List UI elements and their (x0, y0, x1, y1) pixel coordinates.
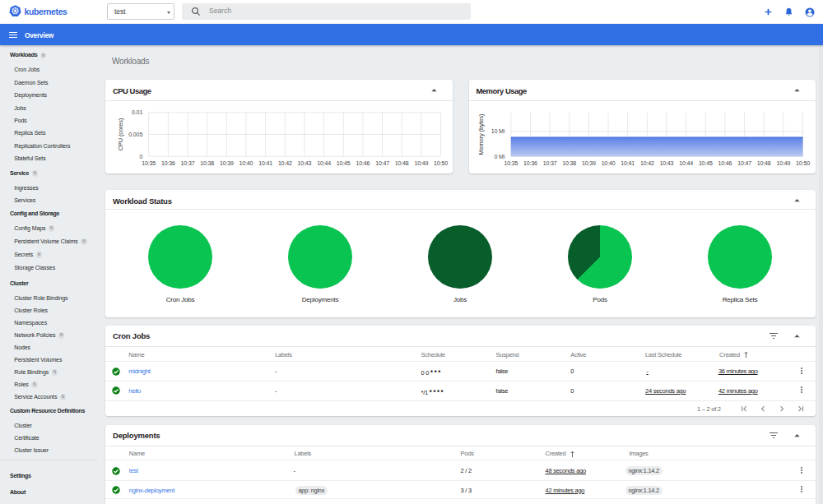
svg-text:10:42: 10:42 (278, 160, 292, 165)
svg-text:10:49: 10:49 (776, 160, 790, 165)
svg-text:0 Mi: 0 Mi (494, 153, 504, 159)
svg-text:10:50: 10:50 (796, 160, 810, 165)
svg-text:10:39: 10:39 (581, 160, 595, 165)
svg-text:10:35: 10:35 (142, 160, 156, 165)
svg-text:10:39: 10:39 (220, 160, 234, 165)
svg-text:10:46: 10:46 (718, 160, 732, 165)
svg-text:10:44: 10:44 (317, 160, 331, 165)
svg-text:10:47: 10:47 (737, 160, 751, 165)
svg-text:10:45: 10:45 (337, 160, 351, 165)
svg-text:10:38: 10:38 (200, 160, 214, 165)
svg-text:10:36: 10:36 (523, 160, 537, 165)
svg-text:10 Mi: 10 Mi (491, 128, 504, 134)
svg-text:CPU (cores): CPU (cores) (117, 118, 124, 150)
svg-text:Memory (bytes): Memory (bytes) (477, 113, 485, 155)
svg-text:10:42: 10:42 (639, 160, 653, 165)
svg-text:0.01: 0.01 (132, 109, 142, 115)
svg-text:10:45: 10:45 (698, 160, 712, 165)
svg-text:10:46: 10:46 (356, 160, 370, 165)
svg-text:10:48: 10:48 (756, 160, 770, 165)
svg-text:10:37: 10:37 (542, 160, 556, 165)
svg-text:10:37: 10:37 (181, 160, 195, 165)
svg-text:10:43: 10:43 (298, 160, 312, 165)
svg-text:10:36: 10:36 (161, 160, 175, 165)
svg-text:0: 0 (139, 153, 142, 159)
svg-text:10:41: 10:41 (621, 160, 635, 165)
svg-text:10:44: 10:44 (679, 160, 693, 165)
svg-text:10:38: 10:38 (562, 160, 576, 165)
svg-text:10:41: 10:41 (258, 160, 272, 165)
svg-text:10:49: 10:49 (414, 160, 428, 165)
svg-text:10:43: 10:43 (659, 160, 673, 165)
svg-text:0.005: 0.005 (128, 131, 142, 136)
svg-text:10:48: 10:48 (395, 160, 409, 165)
svg-text:10:35: 10:35 (504, 160, 518, 165)
svg-text:10:40: 10:40 (239, 160, 253, 165)
svg-text:10:47: 10:47 (375, 160, 389, 165)
svg-text:10:50: 10:50 (434, 160, 448, 165)
svg-text:10:40: 10:40 (601, 160, 615, 165)
